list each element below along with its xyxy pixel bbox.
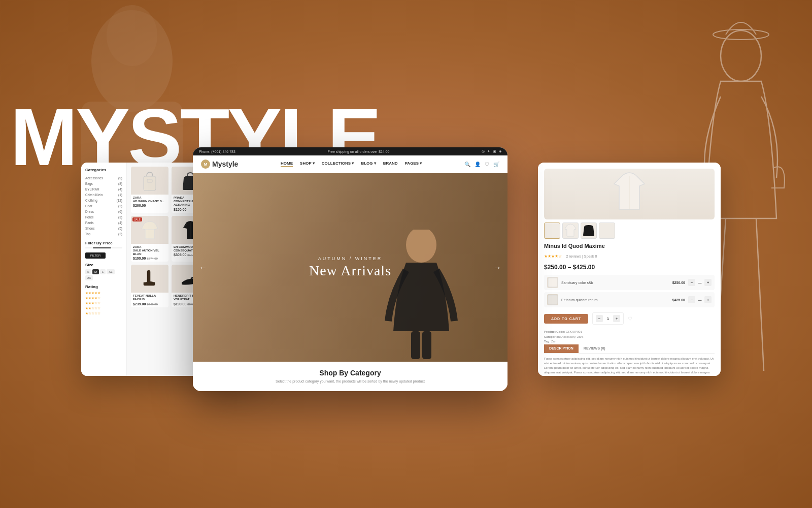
nav-blog[interactable]: BLOG ▾ <box>361 161 376 167</box>
size-l[interactable]: L <box>100 269 106 274</box>
nav-brand[interactable]: BRAND <box>383 161 398 167</box>
rating-2[interactable]: ★★☆☆☆ <box>85 306 122 310</box>
product-title: AD WEEN CHANT S... <box>133 200 166 203</box>
facebook-icon: ▣ <box>493 149 496 153</box>
pinterest-icon: ◎ <box>482 149 485 153</box>
rating-1[interactable]: ★☆☆☆☆ <box>85 311 122 315</box>
variant-1-price: $250.00 <box>672 281 685 284</box>
product-image: SALE <box>131 216 168 244</box>
product-main-image <box>544 169 715 219</box>
screenshot-center: Phone: (+001) 846 783 Free shipping on a… <box>193 147 507 391</box>
rating-5[interactable]: ★★★★★ <box>85 291 122 295</box>
svg-point-3 <box>721 30 761 81</box>
qty-increase-2[interactable]: + <box>704 296 712 303</box>
screenshot-right: Minus Id Quod Maxime ★★★★☆ 2 reviews | S… <box>538 163 721 376</box>
categories-value: Accessory, Zara <box>561 335 583 338</box>
cart-icon[interactable]: 🛒 <box>493 162 499 167</box>
filter-button[interactable]: FILTER <box>85 252 106 259</box>
product-card[interactable]: SALE ZARA SALE AUTON VEL BLAN $199.00 $2… <box>131 216 168 262</box>
variant-2[interactable]: Et forum quidam rerum $425.00 − — + <box>544 292 715 307</box>
rating-4[interactable]: ★★★★☆ <box>85 296 122 300</box>
logo-icon: M <box>201 160 210 169</box>
hero-prev-arrow[interactable]: ← <box>199 263 207 272</box>
user-icon[interactable]: 👤 <box>475 162 481 167</box>
nav-home[interactable]: HOME <box>281 161 293 167</box>
wishlist-icon[interactable]: ♡ <box>628 316 632 322</box>
shop-category: Shop By Category Select the product cate… <box>193 362 507 391</box>
sidebar-item[interactable]: Pants(4) <box>85 220 122 226</box>
add-to-cart-row: ADD TO CART − 1 + ♡ <box>544 312 715 325</box>
svg-point-2 <box>107 5 157 66</box>
sidebar-item[interactable]: Accessories(9) <box>85 175 122 181</box>
size-title: Size <box>85 263 122 267</box>
rating-title: Rating <box>85 284 122 289</box>
qty-value-2: — <box>697 298 702 302</box>
hero-section: AUTUMN / WINTER New Arrivals ← → <box>193 173 507 362</box>
nav-pages[interactable]: PAGES ▾ <box>405 161 422 167</box>
categories-label: Categories: <box>544 335 561 338</box>
product-price: $260.00 <box>133 204 166 207</box>
variant-1[interactable]: Sanctuary color s&b $250.00 − — + <box>544 275 715 290</box>
svg-rect-13 <box>422 331 431 359</box>
product-badge-sale: SALE <box>132 217 142 221</box>
search-icon[interactable]: 🔍 <box>464 162 470 167</box>
product-thumb-1[interactable] <box>544 223 560 239</box>
tab-description[interactable]: DESCRIPTION <box>544 344 579 353</box>
nav-collections[interactable]: COLLECTIONS ▾ <box>322 161 354 167</box>
svg-rect-12 <box>411 331 420 359</box>
nav-shop[interactable]: SHOP ▾ <box>300 161 315 167</box>
size-2x[interactable]: 2X <box>85 275 93 280</box>
qty-value-1: — <box>697 281 702 284</box>
variant-1-qty: − — + <box>688 279 712 286</box>
product-rating: ★★★★☆ 2 reviews | Speak 0 <box>544 250 715 260</box>
center-topbar: Phone: (+001) 846 783 Free shipping on a… <box>193 147 507 155</box>
hero-next-arrow[interactable]: → <box>493 263 501 272</box>
nav-menu: HOME SHOP ▾ COLLECTIONS ▾ BLOG ▾ BRAND P… <box>281 161 422 167</box>
product-title: SALE AUTON VEL BLAN <box>133 249 166 256</box>
screenshots-area: Categories Accessories(9) Bags(8) BYLIRA… <box>81 147 721 411</box>
qty-decrease-2[interactable]: − <box>688 296 695 303</box>
sidebar-item[interactable]: Shoes(5) <box>85 226 122 231</box>
sidebar-item[interactable]: Coat(2) <box>85 203 122 209</box>
sidebar-item[interactable]: Dress(6) <box>85 209 122 214</box>
product-review-count: 2 reviews | Speak 0 <box>566 255 597 258</box>
sidebar-item[interactable]: BYLIRAR(4) <box>85 186 122 192</box>
qty-decrease-1[interactable]: − <box>688 279 695 286</box>
product-thumb-3[interactable] <box>581 223 597 239</box>
size-m[interactable]: M <box>92 269 99 274</box>
heart-icon[interactable]: ♡ <box>485 162 489 167</box>
rating-3[interactable]: ★★★☆☆ <box>85 301 122 305</box>
product-card[interactable]: FEVEAT NULLA FACILIS $239.00 $246.99 <box>131 265 168 307</box>
variant-2-price: $425.00 <box>672 298 685 302</box>
product-tabs: DESCRIPTION REVIEWS (0) <box>544 344 715 354</box>
product-thumb-2[interactable] <box>562 223 579 239</box>
add-to-cart-button[interactable]: ADD TO CART <box>544 314 588 324</box>
sidebar-item[interactable]: Top(2) <box>85 231 122 237</box>
size-xl[interactable]: XL <box>107 269 114 274</box>
cart-qty-control: − 1 + <box>592 312 624 325</box>
svg-rect-16 <box>548 295 557 304</box>
price-range-slider[interactable] <box>85 247 122 248</box>
size-s[interactable]: S <box>85 269 91 274</box>
sidebar-item[interactable]: Bags(8) <box>85 181 122 186</box>
sidebar-item[interactable]: Calvin Klein(1) <box>85 192 122 198</box>
svg-rect-15 <box>548 278 557 287</box>
tab-reviews[interactable]: REVIEWS (0) <box>579 344 611 353</box>
tag-value: Zar <box>551 340 556 343</box>
sidebar-item[interactable]: Clothing(12) <box>85 198 122 203</box>
instagram-icon: ◈ <box>499 149 501 153</box>
qty-increase-1[interactable]: + <box>704 279 712 286</box>
product-card[interactable]: ZARA AD WEEN CHANT S... $260.00 <box>131 167 168 213</box>
svg-point-11 <box>406 230 436 263</box>
topbar-phone: Phone: (+001) 846 783 <box>199 150 235 153</box>
product-code-value: GROUP001 <box>566 330 582 333</box>
variant-1-image <box>547 277 558 288</box>
sidebar-item[interactable]: Fendi(3) <box>85 214 122 220</box>
product-thumb-4[interactable] <box>599 223 615 239</box>
cart-qty-increase[interactable]: + <box>613 315 620 322</box>
shop-category-title: Shop By Category <box>200 369 500 377</box>
variant-2-qty: − — + <box>688 296 712 303</box>
variant-section: Sanctuary color s&b $250.00 − — + Et for… <box>544 275 715 309</box>
cart-qty-decrease[interactable]: − <box>596 315 603 322</box>
product-detail-title: Minus Id Quod Maxime <box>544 243 715 249</box>
